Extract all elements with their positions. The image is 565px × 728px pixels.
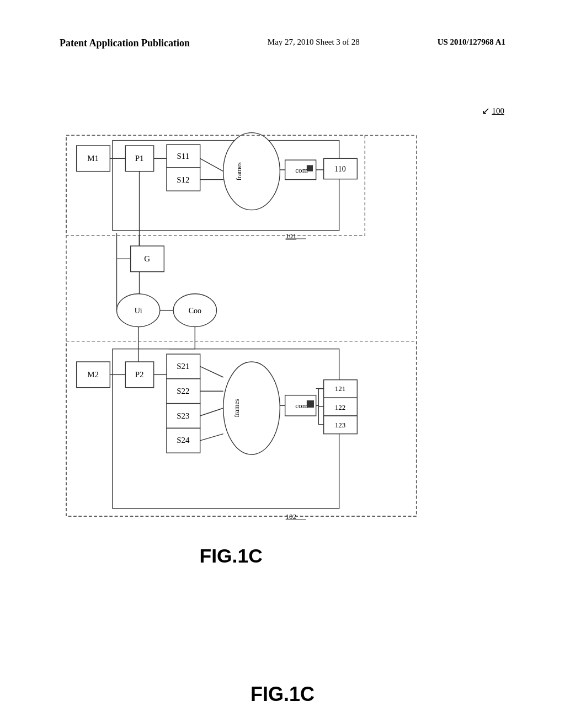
svg-text:com: com (295, 402, 307, 410)
svg-text:S21: S21 (177, 362, 189, 371)
svg-line-77 (200, 366, 223, 377)
svg-point-10 (223, 133, 280, 210)
svg-text:G: G (144, 254, 150, 263)
svg-rect-14 (307, 165, 313, 171)
svg-line-79 (200, 408, 223, 416)
svg-point-51 (223, 362, 280, 454)
svg-text:123: 123 (335, 421, 346, 429)
sheet-info: May 27, 2010 Sheet 3 of 28 (268, 38, 360, 47)
svg-line-73 (200, 158, 223, 171)
svg-text:Ui: Ui (135, 307, 142, 315)
patent-number: US 2010/127968 A1 (438, 38, 505, 47)
svg-rect-55 (307, 400, 314, 408)
svg-text:M1: M1 (87, 154, 99, 163)
diagram-area: ↙ 100 M1 P1 S11 S12 frames com (33, 99, 532, 640)
svg-text:Coo: Coo (189, 307, 201, 315)
svg-text:S23: S23 (177, 411, 189, 420)
svg-text:S22: S22 (177, 387, 189, 395)
svg-text:P2: P2 (135, 370, 144, 379)
publication-label: Patent Application Publication (60, 38, 190, 49)
diagram-svg: M1 P1 S11 S12 frames com 110 101 G (33, 99, 532, 640)
svg-text:FIG.1C: FIG.1C (200, 545, 263, 567)
svg-text:com: com (295, 166, 307, 174)
figure-label: FIG.1C (250, 683, 315, 706)
svg-line-80 (200, 434, 223, 441)
svg-text:frames: frames (233, 399, 241, 417)
svg-text:M2: M2 (87, 370, 99, 379)
svg-text:121: 121 (335, 384, 346, 393)
svg-text:122: 122 (335, 403, 346, 411)
svg-text:frames: frames (235, 162, 243, 180)
svg-text:S12: S12 (177, 175, 189, 184)
svg-text:110: 110 (334, 165, 345, 173)
svg-text:P1: P1 (135, 154, 144, 163)
svg-text:S24: S24 (177, 436, 190, 445)
svg-text:S11: S11 (177, 152, 190, 160)
svg-rect-0 (66, 135, 365, 235)
page-header: Patent Application Publication May 27, 2… (0, 38, 565, 49)
